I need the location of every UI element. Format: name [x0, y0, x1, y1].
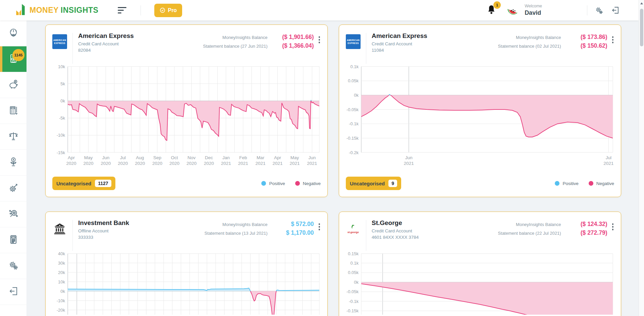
- svg-text:Apr: Apr: [68, 155, 75, 160]
- brand-logo[interactable]: MONEYINSIGHTS: [14, 4, 98, 17]
- statement-label: Statement balance (02 Jul 2021): [498, 44, 561, 49]
- svg-text:10k: 10k: [58, 279, 65, 284]
- budget-calculator-pen-icon: [8, 105, 19, 117]
- svg-text:-0.05k: -0.05k: [346, 289, 359, 294]
- svg-text:Apr: Apr: [274, 155, 281, 160]
- logout-icon[interactable]: [611, 6, 620, 15]
- svg-text:Oct: Oct: [171, 155, 178, 160]
- sidebar-item-budget[interactable]: [0, 98, 26, 124]
- hamburger-menu-icon[interactable]: [118, 7, 126, 13]
- sidebar-item-tax[interactable]: [0, 227, 26, 253]
- account-title: American Express: [372, 32, 427, 40]
- balance-label: MoneyInsights Balance: [516, 222, 561, 227]
- brand-name: MONEYINSIGHTS: [30, 6, 98, 15]
- svg-text:2021: 2021: [255, 161, 265, 166]
- scrollbar-thumb[interactable]: [640, 9, 643, 46]
- positive-legend-dot: [261, 181, 266, 186]
- scrollbar-up-arrow-icon[interactable]: [640, 2, 643, 4]
- user-name: David: [525, 9, 542, 17]
- account-card-stgeorge: st.george St.George Credit Card Account …: [339, 212, 621, 316]
- sidebar-item-reports-active[interactable]: 1145: [0, 46, 26, 72]
- account-card-investment-bank: Investment Bank Offline Account 333333 M…: [45, 212, 328, 316]
- statement-label: Statement balance (22 Jul 2021): [498, 231, 561, 236]
- sidebar-item-goals[interactable]: [0, 176, 26, 201]
- svg-text:2020: 2020: [66, 161, 76, 166]
- head-divider: [72, 220, 73, 251]
- sidebar-item-savings[interactable]: [0, 72, 26, 98]
- svg-text:2020: 2020: [169, 161, 179, 166]
- svg-text:2020: 2020: [135, 161, 145, 166]
- piggy-bank-icon: [8, 79, 19, 91]
- account-type: Credit Card Account: [372, 41, 427, 46]
- tax-calculator-icon: [8, 234, 19, 246]
- accounts-grid: AMERICANEXPRESS American Express Credit …: [27, 20, 639, 316]
- svg-text:-10k: -10k: [57, 298, 65, 303]
- sidebar-item-balance[interactable]: [0, 124, 26, 150]
- card-menu-kebab-icon[interactable]: [314, 34, 321, 45]
- dashboard-gauge-icon: [8, 27, 19, 39]
- notification-bell-icon[interactable]: 1: [486, 4, 496, 16]
- svg-text:2021: 2021: [307, 161, 317, 166]
- svg-text:2021: 2021: [238, 161, 248, 166]
- svg-text:40k: 40k: [58, 251, 65, 256]
- svg-text:0.05k: 0.05k: [348, 270, 359, 275]
- account-title: American Express: [78, 32, 134, 40]
- account-title: Investment Bank: [78, 219, 129, 227]
- chart-legend: Positive Negative: [261, 181, 321, 186]
- sidebar-nav: 1145: [0, 20, 27, 316]
- sidebar-item-analysis[interactable]: [0, 201, 26, 227]
- card-menu-kebab-icon[interactable]: [607, 34, 614, 45]
- svg-text:2021: 2021: [404, 161, 414, 166]
- svg-text:0.1k: 0.1k: [350, 64, 359, 69]
- account-type: Offline Account: [78, 228, 129, 233]
- account-type: Credit Card Account: [372, 228, 419, 233]
- svg-text:Jun: Jun: [405, 155, 413, 160]
- svg-text:-20k: -20k: [57, 308, 65, 313]
- uncategorised-badge[interactable]: Uncategorised 1127: [52, 177, 115, 190]
- statement-label: Statement balance (27 Jun 2021): [203, 44, 267, 49]
- balance-history-chart: 40k30k20k10k0k-10k-20k: [52, 251, 321, 315]
- svg-text:2021: 2021: [272, 161, 282, 166]
- sidebar-item-dashboard[interactable]: [0, 20, 26, 46]
- uncategorised-count: 1127: [95, 180, 111, 187]
- statement-value: ($ 1,366.04): [271, 42, 314, 49]
- svg-text:0.1k: 0.1k: [350, 261, 359, 266]
- uncategorised-count: 9: [388, 180, 397, 187]
- svg-text:2020: 2020: [186, 161, 197, 166]
- goals-gear-dart-icon: [8, 182, 19, 194]
- card-menu-kebab-icon[interactable]: [607, 221, 614, 232]
- stgeorge-logo: st.george: [346, 221, 361, 236]
- svg-text:-15k: -15k: [57, 150, 65, 155]
- balance-history-chart: 0.15k0.1k0.05k0k-0.05k-0.1k-0.15k: [346, 251, 614, 315]
- svg-text:0k: 0k: [354, 93, 359, 98]
- sidebar-item-settings[interactable]: [0, 253, 26, 279]
- balance-label: MoneyInsights Balance: [222, 35, 267, 40]
- settings-gears-icon[interactable]: [595, 6, 603, 15]
- sidebar-item-logout[interactable]: [0, 279, 26, 305]
- svg-text:30k: 30k: [58, 261, 65, 266]
- account-type: Credit Card Account: [78, 41, 134, 46]
- account-number: 333333: [78, 235, 129, 240]
- svg-text:-0.15k: -0.15k: [346, 136, 359, 141]
- uncategorised-badge[interactable]: Uncategorised 9: [346, 177, 401, 190]
- page-scrollbar[interactable]: [639, 0, 644, 316]
- svg-text:Dec: Dec: [205, 155, 213, 160]
- svg-text:10k: 10k: [58, 64, 65, 69]
- svg-text:2020: 2020: [152, 161, 162, 166]
- balance-label: MoneyInsights Balance: [516, 35, 561, 40]
- balance-history-chart: 10k5k0k-5k-10k-15kApr2020May2020Jun2020J…: [52, 64, 321, 167]
- avatar-watermelon-icon[interactable]: [506, 3, 520, 17]
- statement-label: Statement balance (13 Jul 2021): [205, 231, 268, 236]
- svg-text:-5k: -5k: [59, 116, 65, 121]
- pro-button[interactable]: Pro: [154, 4, 182, 17]
- account-title: St.George: [372, 219, 419, 227]
- balance-label: MoneyInsights Balance: [222, 222, 267, 227]
- card-menu-kebab-icon[interactable]: [314, 221, 321, 232]
- svg-text:-0.05k: -0.05k: [346, 107, 359, 112]
- svg-text:2020: 2020: [118, 161, 128, 166]
- positive-legend-dot: [555, 181, 559, 186]
- sidebar-item-investments[interactable]: [0, 150, 26, 176]
- head-divider: [72, 33, 73, 64]
- header-divider: [141, 5, 141, 15]
- svg-text:Aug: Aug: [136, 155, 144, 160]
